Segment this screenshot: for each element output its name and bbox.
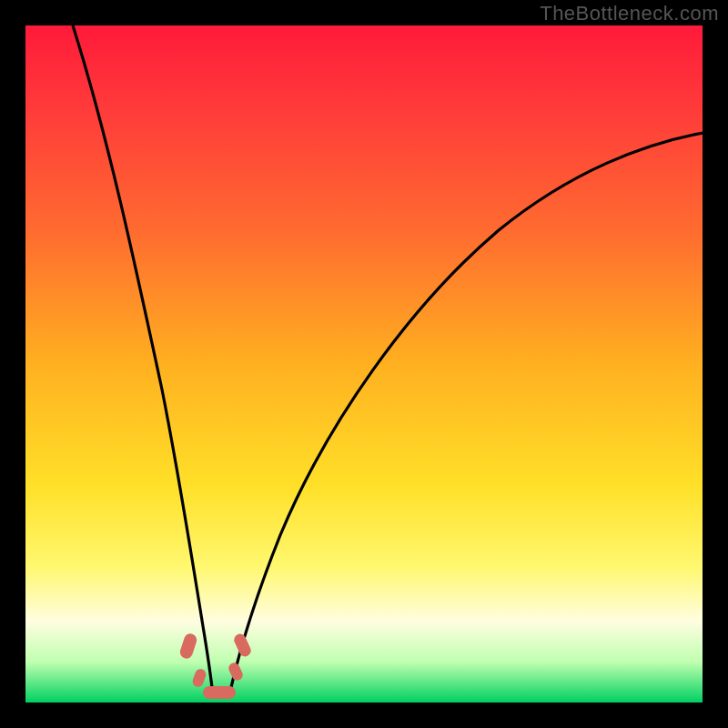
attribution-label: TheBottleneck.com [540, 2, 719, 25]
plot-area [25, 25, 703, 703]
curve-left [73, 25, 213, 695]
marker-bottom [203, 686, 236, 699]
bottleneck-curve [25, 25, 703, 703]
curve-right [229, 133, 703, 695]
chart-frame: TheBottleneck.com [0, 0, 728, 728]
